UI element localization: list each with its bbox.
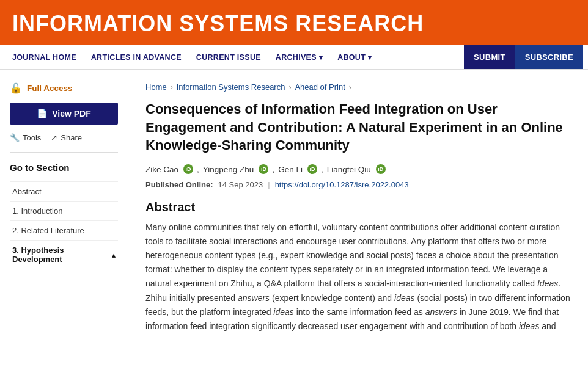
breadcrumb-sep-3: ›	[349, 83, 351, 92]
breadcrumb-sep-2: ›	[288, 83, 291, 92]
pipe-separator: |	[268, 180, 270, 189]
sidebar-item-introduction[interactable]: 1. Introduction	[10, 201, 118, 220]
share-icon: ↗	[51, 133, 57, 142]
author-1-orcid[interactable]: iD	[183, 164, 193, 174]
author-separator-2: ,	[272, 165, 274, 174]
nav-archives[interactable]: ARCHIVES	[268, 46, 330, 69]
full-access-indicator: 🔓 Full Access	[10, 82, 118, 94]
go-to-section-title: Go to Section	[10, 162, 118, 173]
abstract-title: Abstract	[145, 200, 571, 214]
breadcrumb-section[interactable]: Ahead of Print	[295, 82, 345, 92]
author-4-name: Liangfei Qiu	[327, 165, 371, 174]
pdf-icon: 📄	[37, 109, 47, 118]
author-2-name: Yingpeng Zhu	[203, 165, 254, 174]
view-pdf-button[interactable]: 📄 View PDF	[10, 103, 118, 125]
nav-bar: JOURNAL HOME ARTICLES IN ADVANCE CURRENT…	[0, 45, 588, 70]
sidebar-item-related-literature[interactable]: 2. Related Literature	[10, 220, 118, 240]
sidebar-item-hypothesis-development[interactable]: 3. Hypothesis Development	[10, 240, 118, 269]
main-layout: 🔓 Full Access 📄 View PDF 🔧 Tools ↗ Share…	[0, 70, 588, 376]
nav-links: JOURNAL HOME ARTICLES IN ADVANCE CURRENT…	[5, 46, 464, 69]
doi-link[interactable]: https://doi.org/10.1287/isre.2022.0043	[275, 180, 409, 189]
breadcrumb-home[interactable]: Home	[145, 82, 167, 92]
author-4-orcid[interactable]: iD	[376, 164, 386, 174]
published-label: Published Online:	[145, 180, 213, 189]
breadcrumb-sep-1: ›	[171, 83, 173, 92]
author-separator-3: ,	[321, 165, 323, 174]
site-header: INFORMATION SYSTEMS RESEARCH	[0, 0, 588, 45]
published-date: 14 Sep 2023	[218, 180, 263, 189]
submit-button[interactable]: SUBMIT	[464, 45, 515, 69]
article-title: Consequences of Information Feed Integra…	[145, 100, 571, 154]
nav-journal-home[interactable]: JOURNAL HOME	[5, 46, 84, 69]
nav-articles-in-advance[interactable]: ARTICLES IN ADVANCE	[84, 46, 189, 69]
tools-share-bar: 🔧 Tools ↗ Share	[10, 133, 118, 153]
abstract-text: Many online communities that rely on eff…	[145, 220, 571, 333]
share-button[interactable]: ↗ Share	[51, 133, 82, 142]
sidebar-item-abstract[interactable]: Abstract	[10, 181, 118, 201]
about-chevron-icon	[368, 53, 372, 62]
go-to-section: Go to Section Abstract 1. Introduction 2…	[10, 162, 118, 269]
nav-current-issue[interactable]: CURRENT ISSUE	[189, 46, 268, 69]
authors: Zike Cao iD , Yingpeng Zhu iD , Gen Li i…	[145, 164, 571, 174]
subscribe-button[interactable]: SUBSCRIBE	[515, 45, 583, 69]
archives-chevron-icon	[319, 53, 323, 62]
unlock-icon: 🔓	[10, 82, 22, 94]
author-3-orcid[interactable]: iD	[307, 164, 317, 174]
published-info: Published Online: 14 Sep 2023 | https://…	[145, 180, 571, 189]
author-1-name: Zike Cao	[145, 165, 178, 174]
content-area: Home › Information Systems Research › Ah…	[128, 70, 588, 376]
author-2-orcid[interactable]: iD	[259, 164, 268, 174]
site-title: INFORMATION SYSTEMS RESEARCH	[12, 11, 576, 37]
author-3-name: Gen Li	[278, 165, 303, 174]
sidebar: 🔓 Full Access 📄 View PDF 🔧 Tools ↗ Share…	[0, 70, 128, 376]
nav-actions: SUBMIT SUBSCRIBE	[464, 45, 583, 69]
tools-button[interactable]: 🔧 Tools	[10, 133, 41, 142]
wrench-icon: 🔧	[10, 133, 20, 142]
breadcrumb: Home › Information Systems Research › Ah…	[145, 82, 571, 92]
hypothesis-chevron-icon	[112, 250, 116, 260]
nav-about[interactable]: ABOUT	[330, 46, 379, 69]
author-separator-1: ,	[197, 165, 199, 174]
breadcrumb-journal[interactable]: Information Systems Research	[177, 82, 285, 92]
